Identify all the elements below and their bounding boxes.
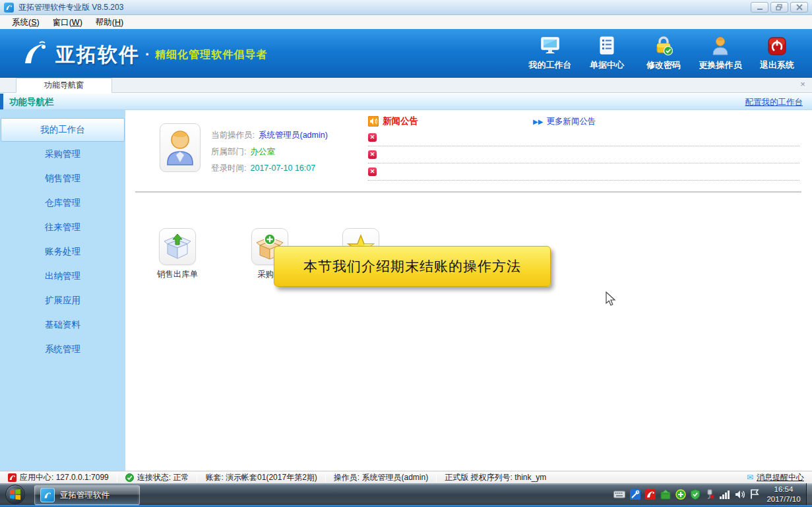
- toolbar-label: 退出系统: [760, 59, 794, 71]
- lock-icon: [654, 34, 673, 58]
- login-time-row: 登录时间:2017-07-10 16:07: [211, 163, 315, 174]
- sidebar-item-warehouse[interactable]: 仓库管理: [1, 191, 125, 215]
- minimize-button[interactable]: [751, 2, 768, 13]
- sidebar-item-accounting[interactable]: 账务处理: [1, 240, 125, 264]
- package-tray-icon[interactable]: [660, 489, 671, 500]
- login-time-value: 2017-07-10 16:07: [250, 164, 315, 173]
- sidebar-item-cashier[interactable]: 出纳管理: [1, 264, 125, 288]
- brand-tagline: 精细化管理软件倡导者: [155, 48, 267, 62]
- operator-value: 系统管理员(admin): [259, 131, 328, 140]
- speaker-tray-icon[interactable]: [735, 490, 745, 499]
- department-value: 办公室: [250, 147, 275, 156]
- operator-label: 当前操作员:: [211, 131, 255, 140]
- login-time-label: 登录时间:: [211, 164, 246, 173]
- app-window: 亚拓管理软件专业版 V8.5.203 系统(S) 窗口(W) 帮助(H): [0, 0, 812, 507]
- clock-date: 2017/7/10: [763, 494, 804, 504]
- news-item[interactable]: ✕: [368, 166, 799, 181]
- content-area: 我的工作台 采购管理 销售管理 仓库管理 往来管理 账务处理 出纳管理 扩展应用…: [0, 110, 812, 471]
- sidebar-item-extensions[interactable]: 扩展应用: [1, 289, 125, 313]
- news-item[interactable]: ✕: [368, 132, 799, 146]
- department-label: 所属部门:: [211, 147, 246, 156]
- double-arrow-icon: ▶▶: [533, 118, 543, 125]
- sidebar-item-my-workbench[interactable]: 我的工作台: [1, 118, 125, 142]
- taskbar-app-label: 亚拓管理软件: [60, 490, 109, 501]
- switch-operator-button[interactable]: 更换操作员: [695, 34, 746, 74]
- toolbar-label: 单据中心: [590, 59, 624, 71]
- taskbar: 亚拓管理软件: [0, 483, 812, 507]
- shield-tray-icon[interactable]: [691, 489, 700, 500]
- brand-dot: ·: [145, 46, 150, 63]
- status-bar: 应用中心: 127.0.0.1:7099 连接状态: 正常 账套: 演示帐套01…: [0, 471, 812, 483]
- box-out-icon[interactable]: [159, 228, 196, 265]
- status-account-set: 账套: 演示帐套01(2017年第2期): [197, 472, 325, 483]
- yatuo-tray-icon[interactable]: [645, 489, 656, 500]
- sidebar-item-base-data[interactable]: 基础资料: [1, 313, 125, 337]
- user-icon: [711, 34, 730, 58]
- start-button[interactable]: [5, 485, 25, 504]
- connection-ok-icon: [125, 473, 134, 482]
- sidebar-item-purchase[interactable]: 采购管理: [1, 142, 125, 166]
- news-bullet-icon: ✕: [368, 133, 377, 142]
- brand-name: 亚拓软件: [55, 42, 140, 69]
- operator-avatar: [160, 123, 201, 172]
- shortcut-label: 销售出库单: [148, 269, 207, 280]
- brand-area: 亚拓软件 · 精细化管理软件倡导者: [20, 40, 267, 70]
- accent-bar: [0, 94, 3, 109]
- sidebar-item-contacts[interactable]: 往来管理: [1, 216, 125, 239]
- keyboard-tray-icon[interactable]: [613, 491, 625, 498]
- action-center-flag-tray-icon[interactable]: [750, 489, 759, 499]
- tab-function-navigator[interactable]: 功能导航窗: [16, 78, 112, 93]
- taskbar-clock[interactable]: 16:54 2017/7/10: [763, 485, 804, 504]
- message-center-link[interactable]: ✉ 消息提醒中心: [739, 472, 812, 483]
- system-tray: [613, 483, 759, 505]
- network-error-tray-icon[interactable]: [704, 489, 715, 500]
- document-center-button[interactable]: 单据中心: [581, 34, 633, 74]
- department-row: 所属部门:办公室: [211, 146, 275, 158]
- tab-strip: 功能导航窗 ×: [0, 78, 812, 93]
- taskbar-app-icon: [40, 488, 55, 502]
- sidebar: 我的工作台 采购管理 销售管理 仓库管理 往来管理 账务处理 出纳管理 扩展应用…: [0, 110, 125, 471]
- menu-help[interactable]: 帮助(H): [89, 16, 130, 30]
- sidebar-item-sales[interactable]: 销售管理: [1, 167, 125, 191]
- workspace-panel: 当前操作员:系统管理员(admin) 所属部门:办公室 登录时间:2017-07…: [125, 110, 812, 471]
- restore-button[interactable]: [770, 2, 788, 13]
- tutorial-tooltip: 本节我们介绍期末结账的操作方法: [274, 246, 551, 287]
- taskbar-app-button[interactable]: 亚拓管理软件: [34, 485, 140, 505]
- more-news-link[interactable]: ▶▶更多新闻公告: [533, 116, 596, 127]
- toolbar-label: 更换操作员: [699, 59, 742, 71]
- remote-tool-tray-icon[interactable]: [630, 489, 640, 500]
- news-item[interactable]: ✕: [368, 149, 799, 164]
- antivirus-plus-tray-icon[interactable]: [675, 489, 686, 500]
- app-logo-icon: [4, 3, 14, 13]
- menu-system[interactable]: 系统(S): [5, 16, 46, 30]
- exit-system-button[interactable]: 退出系统: [751, 34, 803, 74]
- change-password-button[interactable]: 修改密码: [638, 34, 689, 74]
- toolbar-label: 修改密码: [646, 59, 681, 71]
- section-divider: [135, 191, 801, 193]
- sidebar-item-system[interactable]: 系统管理: [1, 338, 125, 361]
- status-operator: 操作员: 系统管理员(admin): [326, 472, 436, 483]
- news-bullet-icon: ✕: [368, 150, 377, 159]
- news-title: 新闻公告: [383, 115, 418, 127]
- power-icon: [767, 34, 787, 58]
- shortcut-sales-outbound[interactable]: 销售出库单: [148, 228, 207, 280]
- news-bullet-icon: ✕: [368, 167, 377, 176]
- news-header: 新闻公告: [368, 115, 418, 127]
- tab-close-icon[interactable]: ×: [797, 79, 808, 90]
- configure-workbench-link[interactable]: 配置我的工作台: [745, 97, 803, 108]
- toolbar-label: 我的工作台: [529, 59, 572, 71]
- my-workbench-button[interactable]: 我的工作台: [524, 34, 576, 74]
- mouse-cursor: [605, 291, 617, 310]
- show-desktop-button[interactable]: [806, 483, 812, 505]
- header-toolbar: 我的工作台 单据中心: [524, 34, 803, 74]
- close-button[interactable]: [790, 2, 808, 13]
- announcement-icon: [368, 116, 379, 127]
- nav-title-bar: 功能导航栏 配置我的工作台: [0, 94, 812, 110]
- document-icon: [598, 34, 616, 58]
- signal-bars-tray-icon[interactable]: [720, 490, 730, 499]
- app-center-logo-icon: [8, 473, 16, 482]
- monitor-icon: [540, 34, 561, 58]
- operator-row: 当前操作员:系统管理员(admin): [211, 130, 328, 141]
- status-connection: 连接状态: 正常: [117, 472, 197, 483]
- menu-window[interactable]: 窗口(W): [46, 16, 89, 30]
